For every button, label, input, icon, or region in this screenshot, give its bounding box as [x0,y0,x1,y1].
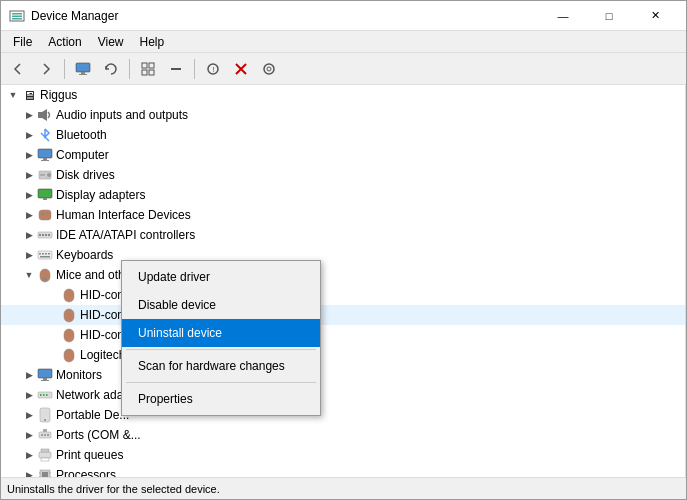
ctx-disable-device[interactable]: Disable device [122,291,320,319]
svg-rect-23 [40,174,45,176]
print-expand: ▶ [21,447,37,463]
status-text: Uninstalls the driver for the selected d… [7,483,220,495]
svg-text:!: ! [213,65,215,74]
toolbar-refresh[interactable] [98,56,124,82]
monitors-icon [37,367,53,383]
svg-point-62 [41,434,43,436]
svg-rect-57 [46,394,48,396]
svg-point-14 [264,64,274,74]
svg-rect-55 [40,394,42,396]
svg-rect-7 [142,63,147,68]
svg-rect-33 [48,234,50,236]
svg-rect-53 [41,380,49,381]
svg-point-22 [47,173,51,177]
tree-item-hid[interactable]: ▶ Human Interface Devices [1,205,685,225]
hid-label: Human Interface Devices [56,208,191,222]
computer-icon [37,147,53,163]
tree-item-portable[interactable]: ▶ Portable De... [1,405,685,425]
keyboards-icon [37,247,53,263]
svg-rect-3 [12,18,22,20]
toolbar-computer[interactable] [70,56,96,82]
tree-item-bluetooth[interactable]: ▶ Bluetooth [1,125,685,145]
disk-icon [37,167,53,183]
toolbar-scan[interactable] [256,56,282,82]
ports-icon [37,427,53,443]
svg-rect-39 [40,256,50,258]
tree-item-ide[interactable]: ▶ IDE ATA/ATAPI controllers [1,225,685,245]
hid-expand: ▶ [21,207,37,223]
monitors-label: Monitors [56,368,102,382]
title-bar: Device Manager — □ ✕ [1,1,686,31]
menu-file[interactable]: File [5,31,40,53]
minimize-button[interactable]: — [540,1,586,31]
menu-bar: File Action View Help [1,31,686,53]
context-menu: Update driver Disable device Uninstall d… [121,260,321,416]
audio-icon [37,107,53,123]
svg-rect-66 [41,449,49,452]
disk-expand: ▶ [21,167,37,183]
svg-point-63 [44,434,46,436]
toolbar: ! [1,53,686,85]
tree-item-logitech[interactable]: ▶ Logitech... [1,345,685,365]
menu-help[interactable]: Help [132,31,173,53]
tree-item-computer[interactable]: ▶ Computer [1,145,685,165]
close-button[interactable]: ✕ [632,1,678,31]
tree-item-mice[interactable]: ▼ Mice and other pointing devices [1,265,685,285]
print-label: Print queues [56,448,123,462]
tree-panel[interactable]: ▼ 🖥 Riggus ▶ Audio inputs and outputs ▶ … [1,85,686,477]
window-icon [9,8,25,24]
ctx-uninstall-device[interactable]: Uninstall device [122,319,320,347]
toolbar-back[interactable] [5,56,31,82]
audio-expand: ▶ [21,107,37,123]
window-title: Device Manager [31,9,540,23]
svg-point-64 [47,434,49,436]
menu-action[interactable]: Action [40,31,89,53]
processors-icon [37,467,53,477]
tree-root[interactable]: ▼ 🖥 Riggus [1,85,685,105]
tree-item-keyboards[interactable]: ▶ Keyboards [1,245,685,265]
svg-point-15 [267,67,271,71]
network-expand: ▶ [21,387,37,403]
svg-rect-20 [41,160,49,161]
mice-icon [37,267,53,283]
svg-marker-17 [42,109,47,121]
tree-item-hid-com2[interactable]: ▶ HID-com... [1,325,685,345]
maximize-button[interactable]: □ [586,1,632,31]
monitors-expand: ▶ [21,367,37,383]
tree-item-processors[interactable]: ▶ Processors [1,465,685,477]
tree-item-monitors[interactable]: ▶ Monitors [1,365,685,385]
ctx-update-driver[interactable]: Update driver [122,263,320,291]
tree-item-ports[interactable]: ▶ Ports (COM &... [1,425,685,445]
ctx-properties[interactable]: Properties [122,385,320,413]
toolbar-remove[interactable] [228,56,254,82]
computer-label: Computer [56,148,109,162]
svg-rect-8 [149,63,154,68]
ctx-sep-1 [126,349,316,350]
tree-item-audio[interactable]: ▶ Audio inputs and outputs [1,105,685,125]
toolbar-properties[interactable]: ! [200,56,226,82]
ide-icon [37,227,53,243]
processors-expand: ▶ [21,467,37,477]
content-area: ▼ 🖥 Riggus ▶ Audio inputs and outputs ▶ … [1,85,686,477]
svg-rect-6 [79,74,87,75]
hid-icon [37,207,53,223]
svg-rect-9 [142,70,147,75]
menu-view[interactable]: View [90,31,132,53]
keyboards-label: Keyboards [56,248,113,262]
tree-item-print[interactable]: ▶ Print queues [1,445,685,465]
tree-item-disk[interactable]: ▶ Disk drives [1,165,685,185]
computer-expand: ▶ [21,147,37,163]
ctx-scan-hardware[interactable]: Scan for hardware changes [122,352,320,380]
root-expand: ▼ [5,87,21,103]
hid-com1-icon [61,307,77,323]
tree-item-network[interactable]: ▶ Network ada... [1,385,685,405]
toolbar-forward[interactable] [33,56,59,82]
toolbar-collapse[interactable] [163,56,189,82]
tree-item-display[interactable]: ▶ Display adapters [1,185,685,205]
tree-item-hid-mouse[interactable]: ▶ HID-compliant mouse [1,285,685,305]
network-icon [37,387,53,403]
svg-rect-36 [42,253,44,255]
svg-rect-1 [12,13,22,15]
tree-item-hid-com1[interactable]: ▶ HID-com... [1,305,685,325]
toolbar-expand[interactable] [135,56,161,82]
